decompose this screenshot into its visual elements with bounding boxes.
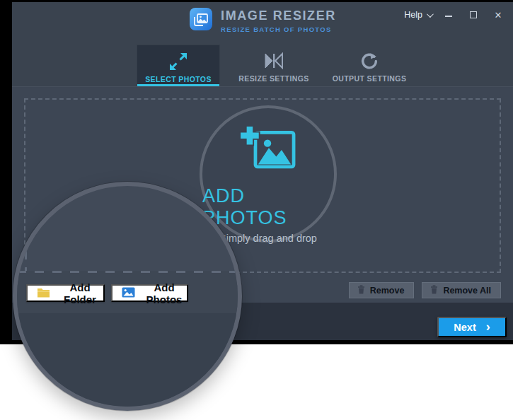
- remove-label: Remove: [370, 286, 405, 296]
- tab-resize-settings[interactable]: RESIZE SETTINGS: [232, 45, 316, 86]
- remove-all-button[interactable]: Remove All: [422, 282, 501, 298]
- window-controls: Help ✕: [404, 8, 506, 21]
- photo-icon: [122, 287, 135, 300]
- minimize-button[interactable]: [441, 8, 456, 21]
- tab-select-photos[interactable]: SELECT PHOTOS: [137, 45, 220, 86]
- next-label: Next: [454, 322, 475, 333]
- maximize-icon: [470, 11, 477, 18]
- app-title: IMAGE RESIZER: [221, 8, 336, 23]
- add-folder-label: Add Folder: [57, 281, 103, 305]
- app-subtitle: RESIZE BATCH OF PHOTOS: [221, 25, 336, 33]
- tab-output-settings[interactable]: OUTPUT SETTINGS: [328, 45, 411, 86]
- lens-footer-region: [17, 312, 238, 407]
- maximize-button[interactable]: [466, 8, 481, 21]
- next-button[interactable]: Next ›: [437, 317, 507, 337]
- app-icon: [189, 7, 213, 34]
- screenshot-stage: IMAGE RESIZER RESIZE BATCH OF PHOTOS Hel…: [0, 0, 513, 420]
- minimize-icon: [445, 16, 452, 17]
- add-photos-target[interactable]: ADD PHOTOS Simply drag and drop: [200, 105, 337, 243]
- add-photos-title: ADD PHOTOS: [202, 185, 334, 229]
- add-photo-icon: [237, 125, 299, 180]
- rotate-arrow-icon: [360, 50, 379, 71]
- tab-label: SELECT PHOTOS: [145, 75, 212, 83]
- tab-label: OUTPUT SETTINGS: [333, 74, 407, 83]
- trash-icon: [357, 285, 365, 296]
- add-photos-label: Add Photos: [142, 281, 187, 305]
- resize-width-icon: [263, 50, 284, 71]
- trash-icon: [430, 285, 438, 296]
- help-label: Help: [404, 10, 422, 20]
- folder-icon: [37, 287, 50, 300]
- chevron-right-icon: ›: [486, 320, 490, 333]
- remove-button[interactable]: Remove: [349, 282, 415, 298]
- tab-label: RESIZE SETTINGS: [238, 74, 309, 83]
- expand-arrows-icon: [169, 51, 188, 72]
- list-actions: Remove Remove All: [349, 282, 501, 298]
- chevron-down-icon: [427, 11, 434, 18]
- add-photos-button[interactable]: Add Photos: [111, 284, 188, 302]
- add-photos-subtitle: Simply drag and drop: [219, 233, 317, 244]
- lens-dashed-border-horizontal: [17, 271, 238, 273]
- close-icon: ✕: [495, 11, 502, 20]
- add-folder-button[interactable]: Add Folder: [26, 284, 105, 302]
- magnifier-lens: Add Folder Add Photos: [13, 182, 242, 411]
- help-menu[interactable]: Help: [404, 10, 432, 20]
- close-button[interactable]: ✕: [490, 8, 506, 21]
- remove-all-label: Remove All: [443, 286, 491, 296]
